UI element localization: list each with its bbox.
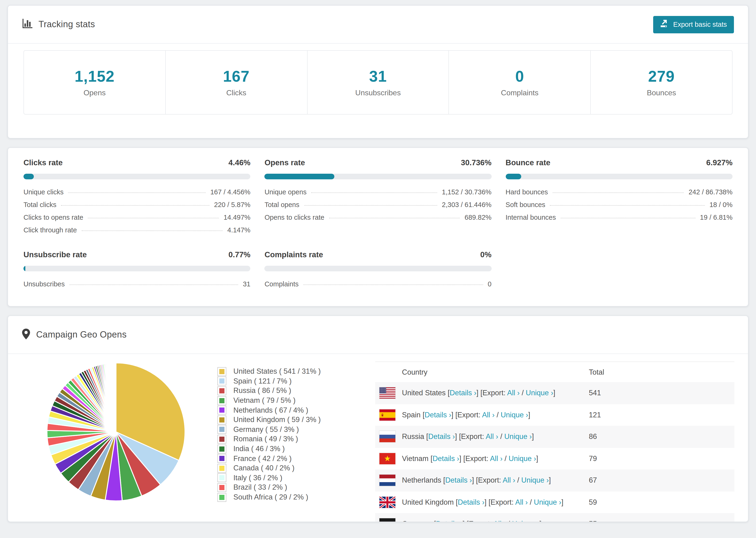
table-row-united-states: United States [Details ›] [Export: All ›…	[375, 382, 734, 404]
legend-item-south-africa[interactable]: South Africa ( 29 / 2% )	[217, 492, 367, 502]
flag-gb-icon	[379, 497, 395, 508]
rate-row-value: 4.147%	[227, 226, 250, 234]
legend-label: Spain ( 121 / 7% )	[233, 377, 292, 385]
export-all-link[interactable]: All ›	[486, 433, 498, 441]
rate-row-soft-bounces: Soft bounces 18 / 0%	[506, 201, 732, 214]
legend-item-france[interactable]: France ( 42 / 2% )	[217, 454, 367, 463]
legend-item-italy[interactable]: Italy ( 36 / 2% )	[217, 473, 367, 483]
stat-label: Clicks	[226, 89, 246, 97]
export-basic-stats-button[interactable]: Export basic stats	[653, 16, 734, 33]
legend-item-brazil[interactable]: Brazil ( 33 / 2% )	[217, 483, 367, 492]
table-row-vietnam: Vietnam [Details ›] [Export: All › / Uni…	[375, 448, 734, 469]
dotted-leader	[81, 231, 223, 231]
legend-label: Canada ( 40 / 2% )	[233, 464, 295, 472]
export-unique-link[interactable]: Unique ›	[501, 411, 528, 419]
dotted-leader	[550, 205, 705, 206]
table-row-germany: Germany [Details ›] [Export: All › / Uni…	[375, 513, 734, 522]
legend-item-germany[interactable]: Germany ( 55 / 3% )	[217, 425, 367, 434]
rate-value: 30.736%	[461, 158, 491, 167]
legend-item-united-kingdom[interactable]: United Kingdom ( 59 / 3% )	[217, 415, 367, 425]
stat-box-opens: 1,152 Opens	[24, 50, 166, 115]
rate-title: Bounce rate	[506, 158, 550, 167]
legend-item-vietnam[interactable]: Vietnam ( 79 / 5% )	[217, 396, 367, 405]
rate-header: Opens rate 30.736%	[265, 158, 492, 167]
rate-title: Complaints rate	[265, 250, 323, 259]
progress-bar	[265, 266, 492, 271]
country-cell: Netherlands [Details ›] [Export: All › /…	[402, 476, 589, 485]
legend-item-russia[interactable]: Russia ( 86 / 5% )	[217, 386, 367, 396]
export-unique-link[interactable]: Unique ›	[521, 476, 549, 484]
rate-row-label: Hard bounces	[506, 188, 548, 196]
rate-row-label: Unsubscribes	[24, 280, 65, 288]
rate-value: 6.927%	[706, 158, 732, 167]
legend-item-spain[interactable]: Spain ( 121 / 7% )	[217, 376, 367, 386]
rate-row-value: 0	[488, 280, 491, 288]
legend-item-india[interactable]: India ( 46 / 3% )	[217, 444, 367, 454]
dotted-leader	[561, 218, 695, 218]
total-cell: 59	[589, 498, 734, 507]
tracking-stats-header: Tracking stats Export basic stats	[8, 6, 748, 44]
pie-slice-other[interactable]	[116, 363, 116, 432]
export-all-link[interactable]: All ›	[490, 455, 503, 462]
rate-row-value: 242 / 86.738%	[689, 188, 732, 196]
export-all-link[interactable]: All ›	[507, 389, 519, 397]
legend-item-romania[interactable]: Romania ( 49 / 3% )	[217, 434, 367, 444]
rate-row-value: 31	[243, 280, 250, 288]
total-cell: 86	[589, 433, 734, 441]
details-link[interactable]: Details ›	[450, 389, 476, 397]
rate-row-complaints: Complaints 0	[265, 280, 492, 293]
rate-header: Clicks rate 4.46%	[24, 158, 250, 167]
rate-row-total-clicks: Total clicks 220 / 5.87%	[24, 201, 250, 214]
flag-es-icon	[379, 409, 395, 421]
progress-bar	[24, 174, 250, 179]
stat-box-bounces: 279 Bounces	[590, 50, 732, 115]
legend-swatch	[217, 415, 226, 424]
export-button-label: Export basic stats	[673, 21, 727, 28]
progress-fill	[24, 174, 33, 179]
rate-row-value: 14.497%	[224, 214, 250, 221]
details-link[interactable]: Details ›	[432, 455, 459, 462]
table-header-row: Country Total	[375, 362, 734, 382]
legend-label: Netherlands ( 67 / 4% )	[233, 406, 308, 414]
export-all-link[interactable]: All ›	[515, 498, 528, 506]
legend-swatch	[217, 435, 226, 444]
rate-block-complaints-rate: Complaints rate 0% Complaints 0	[265, 250, 492, 293]
export-all-link[interactable]: All ›	[482, 411, 495, 419]
legend-swatch	[217, 493, 226, 502]
legend-swatch	[217, 386, 226, 395]
export-all-link[interactable]: All ›	[503, 476, 515, 484]
details-link[interactable]: Details ›	[436, 520, 463, 522]
rate-row-click-through-rate: Click through rate 4.147%	[24, 226, 250, 239]
export-unique-link[interactable]: Unique ›	[509, 455, 536, 462]
rate-row-total-opens: Total opens 2,303 / 61.446%	[265, 201, 492, 214]
details-link[interactable]: Details ›	[425, 411, 452, 419]
progress-fill	[24, 266, 25, 271]
legend-label: France ( 42 / 2% )	[233, 454, 292, 463]
stat-value: 279	[648, 68, 675, 85]
details-link[interactable]: Details ›	[445, 476, 472, 484]
export-unique-link[interactable]: Unique ›	[512, 520, 540, 522]
country-cell: Spain [Details ›] [Export: All › / Uniqu…	[402, 411, 589, 419]
export-unique-link[interactable]: Unique ›	[504, 433, 532, 441]
table-row-netherlands: Netherlands [Details ›] [Export: All › /…	[375, 469, 734, 491]
total-cell: 121	[589, 411, 734, 419]
export-unique-link[interactable]: Unique ›	[526, 389, 553, 397]
details-link[interactable]: Details ›	[458, 498, 485, 506]
legend-item-canada[interactable]: Canada ( 40 / 2% )	[217, 463, 367, 473]
export-all-link[interactable]: All ›	[493, 520, 506, 522]
country-cell: United States [Details ›] [Export: All ›…	[402, 389, 589, 398]
legend-swatch	[217, 473, 226, 482]
details-link[interactable]: Details ›	[428, 433, 455, 441]
stat-value: 1,152	[75, 68, 115, 85]
legend-swatch	[217, 377, 226, 386]
progress-bar	[265, 174, 492, 179]
rate-value: 4.46%	[229, 158, 250, 167]
table-row-spain: Spain [Details ›] [Export: All › / Uniqu…	[375, 404, 734, 426]
rate-header: Bounce rate 6.927%	[506, 158, 732, 167]
legend-label: Vietnam ( 79 / 5% )	[233, 396, 296, 405]
legend-swatch	[217, 444, 226, 453]
legend-item-netherlands[interactable]: Netherlands ( 67 / 4% )	[217, 405, 367, 415]
export-unique-link[interactable]: Unique ›	[534, 498, 561, 506]
legend-item-united-states[interactable]: United States ( 541 / 31% )	[217, 367, 367, 376]
legend-swatch	[217, 367, 226, 376]
